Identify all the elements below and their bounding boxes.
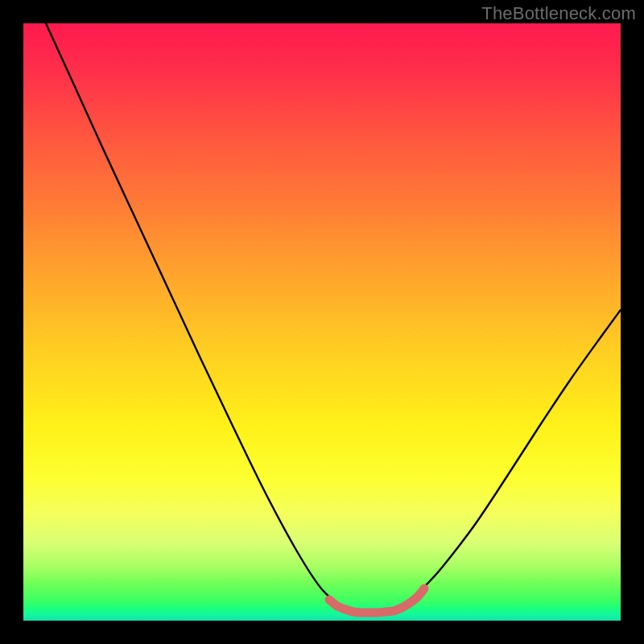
chart-frame: TheBottleneck.com (0, 0, 644, 644)
chart-svg (23, 23, 621, 621)
watermark-text: TheBottleneck.com (481, 3, 636, 24)
bottleneck-curve (46, 23, 621, 613)
plot-area (23, 23, 621, 621)
bottom-highlight (329, 588, 424, 613)
